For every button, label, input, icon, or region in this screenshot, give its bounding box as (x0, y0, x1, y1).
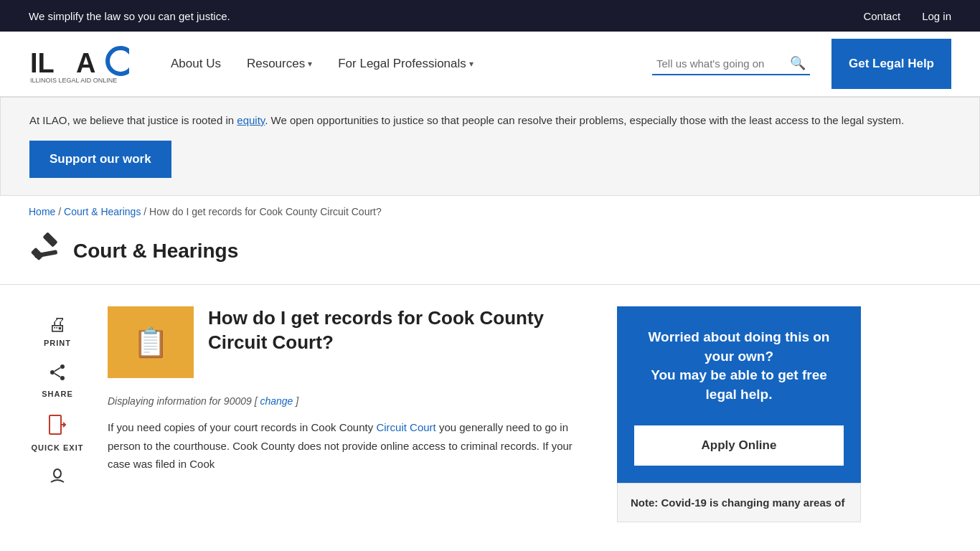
print-icon: 🖨 (48, 314, 67, 336)
nav-resources[interactable]: Resources ▾ (241, 53, 318, 75)
print-label: PRINT (44, 339, 71, 347)
help-card: Worried about doing this on your own? Yo… (617, 306, 861, 483)
page-title: Court & Hearings (73, 240, 238, 263)
resources-chevron-icon: ▾ (308, 59, 312, 69)
displaying-info: Displaying information for 90009 [ chang… (108, 395, 595, 407)
breadcrumb-court-hearings[interactable]: Court & Hearings (64, 206, 141, 217)
print-action[interactable]: 🖨 PRINT (44, 314, 71, 347)
right-panel: Worried about doing this on your own? Yo… (617, 306, 861, 522)
legal-professionals-chevron-icon: ▾ (469, 59, 473, 69)
info-banner: At ILAO, we believe that justice is root… (0, 97, 980, 196)
quick-exit-action[interactable]: QUICK EXIT (32, 414, 84, 452)
accessibility-action[interactable] (48, 468, 67, 491)
banner-text: We simplify the law so you can get justi… (29, 10, 230, 22)
apply-online-button[interactable]: Apply Online (634, 425, 844, 466)
svg-text:A: A (76, 48, 95, 78)
login-link[interactable]: Log in (922, 10, 951, 22)
article-thumbnail: 📋 (108, 306, 194, 378)
article-thumb-icon: 📋 (133, 326, 169, 359)
svg-line-11 (55, 374, 60, 377)
gavel-svg (29, 230, 63, 265)
svg-point-2 (108, 48, 129, 74)
article-title: How do I get records for Cook County Cir… (208, 306, 595, 355)
share-icon (48, 363, 67, 387)
sidebar-actions: 🖨 PRINT SHARE (29, 306, 86, 522)
svg-text:ILLINOIS LEGAL AID ONLINE: ILLINOIS LEGAL AID ONLINE (30, 77, 117, 84)
search-input[interactable] (656, 57, 786, 70)
accessibility-icon (48, 468, 67, 491)
quick-exit-label: QUICK EXIT (32, 443, 84, 452)
article-body: If you need copies of your court records… (108, 418, 595, 474)
gavel-icon (29, 230, 63, 271)
info-banner-text: At ILAO, we believe that justice is root… (29, 112, 951, 129)
main-nav: About Us Resources ▾ For Legal Professio… (165, 53, 631, 75)
search-area: 🔍 (652, 52, 810, 75)
header: IL A ILLINOIS LEGAL AID ONLINE About Us … (0, 32, 980, 97)
ilao-logo[interactable]: IL A ILLINOIS LEGAL AID ONLINE (29, 42, 129, 85)
nav-about-us[interactable]: About Us (165, 53, 227, 75)
contact-link[interactable]: Contact (863, 10, 900, 22)
nav-legal-professionals[interactable]: For Legal Professionals ▾ (332, 53, 479, 75)
circuit-court-link[interactable]: Circuit Court (376, 421, 435, 433)
quick-exit-icon (48, 414, 67, 441)
top-banner: We simplify the law so you can get justi… (0, 0, 980, 32)
article-area: 📋 How do I get records for Cook County C… (108, 306, 595, 522)
share-action[interactable]: SHARE (42, 363, 73, 398)
covid-note-title: Note: Covid-19 is changing many areas of (631, 496, 847, 509)
search-icon[interactable]: 🔍 (790, 55, 806, 71)
svg-point-14 (54, 469, 61, 478)
equity-link[interactable]: equity (237, 114, 265, 126)
breadcrumb: Home / Court & Hearings / How do I get r… (0, 196, 980, 223)
svg-rect-12 (50, 415, 61, 434)
article-header: 📋 How do I get records for Cook County C… (108, 306, 595, 378)
banner-links: Contact Log in (863, 10, 951, 22)
svg-line-10 (55, 368, 60, 372)
svg-rect-5 (42, 232, 57, 247)
get-legal-help-button[interactable]: Get Legal Help (831, 39, 951, 89)
svg-point-7 (60, 364, 65, 369)
support-our-work-button[interactable]: Support our work (29, 141, 171, 178)
page-title-section: Court & Hearings (0, 223, 980, 285)
logo-area[interactable]: IL A ILLINOIS LEGAL AID ONLINE (29, 42, 143, 85)
breadcrumb-home[interactable]: Home (29, 206, 55, 217)
main-content: 🖨 PRINT SHARE (0, 285, 980, 544)
covid-note: Note: Covid-19 is changing many areas of (617, 483, 861, 522)
svg-point-9 (60, 376, 65, 380)
svg-rect-6 (31, 248, 44, 260)
svg-text:IL: IL (30, 48, 55, 78)
svg-point-8 (50, 370, 55, 375)
help-card-title: Worried about doing this on your own? Yo… (634, 328, 844, 404)
breadcrumb-current: How do I get records for Cook County Cir… (149, 206, 382, 217)
share-label: SHARE (42, 390, 73, 398)
change-location-link[interactable]: change (260, 395, 293, 407)
